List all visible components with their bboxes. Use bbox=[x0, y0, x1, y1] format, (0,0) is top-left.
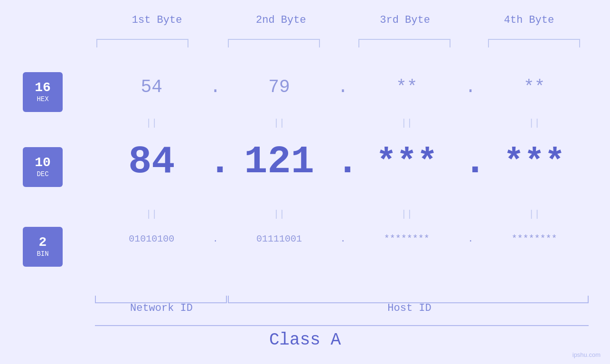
byte1-header: 1st Byte bbox=[95, 14, 219, 26]
equals-row-1: || || || || bbox=[95, 118, 591, 129]
eq2-b1: || bbox=[95, 209, 208, 220]
hex-b2: 79 bbox=[223, 77, 336, 97]
host-id-label: Host ID bbox=[228, 302, 591, 314]
eq2-b2: || bbox=[223, 209, 336, 220]
eq2-b3: || bbox=[350, 209, 464, 220]
hex-row: 54 . 79 . ** . ** bbox=[95, 77, 591, 97]
col3-bracket bbox=[358, 39, 450, 47]
col1-bracket bbox=[96, 39, 188, 47]
dec-badge-label: DEC bbox=[37, 170, 48, 178]
hex-badge-num: 16 bbox=[35, 81, 51, 94]
dec-dot1: . bbox=[208, 140, 223, 184]
eq1-b1: || bbox=[95, 118, 208, 129]
col2-bracket bbox=[228, 39, 320, 47]
hex-dot1: . bbox=[208, 77, 223, 97]
dec-dot2: . bbox=[336, 140, 350, 184]
eq1-b3: || bbox=[350, 118, 464, 129]
dec-badge-num: 10 bbox=[35, 156, 51, 169]
bin-badge: 2 BIN bbox=[23, 227, 63, 267]
hex-dot3: . bbox=[463, 77, 478, 97]
hex-badge-label: HEX bbox=[37, 95, 48, 103]
equals-row-2: || || || || bbox=[95, 209, 591, 220]
dec-b4: *** bbox=[478, 143, 591, 182]
eq1-b2: || bbox=[223, 118, 336, 129]
dec-b3: *** bbox=[350, 143, 464, 182]
bin-row: 01010100 . 01111001 . ******** . *******… bbox=[95, 233, 591, 244]
byte-headers: 1st Byte 2nd Byte 3rd Byte 4th Byte bbox=[95, 14, 591, 26]
byte4-header: 4th Byte bbox=[467, 14, 591, 26]
bin-b1: 01010100 bbox=[95, 233, 208, 244]
network-id-label: Network ID bbox=[95, 302, 228, 314]
bin-b4: ******** bbox=[478, 233, 591, 244]
watermark: ipshu.com bbox=[572, 351, 601, 358]
hex-badge: 16 HEX bbox=[23, 72, 63, 112]
bin-dot2: . bbox=[336, 233, 350, 244]
bin-b2: 01111001 bbox=[223, 233, 336, 244]
bottom-bracket bbox=[95, 325, 589, 326]
main-container: 1st Byte 2nd Byte 3rd Byte 4th Byte 16 H… bbox=[0, 0, 610, 364]
dec-row: 84 . 121 . *** . *** bbox=[95, 140, 591, 184]
eq1-b4: || bbox=[478, 118, 591, 129]
hex-dot2: . bbox=[336, 77, 350, 97]
byte2-header: 2nd Byte bbox=[219, 14, 343, 26]
bin-b3: ******** bbox=[350, 233, 464, 244]
bin-dot3: . bbox=[463, 233, 478, 244]
hex-b4: ** bbox=[478, 77, 591, 97]
hex-b3: ** bbox=[350, 77, 464, 97]
bin-badge-num: 2 bbox=[39, 236, 47, 249]
bin-dot1: . bbox=[208, 233, 223, 244]
byte3-header: 3rd Byte bbox=[343, 14, 467, 26]
dec-badge: 10 DEC bbox=[23, 147, 63, 187]
dec-b1: 84 bbox=[95, 140, 208, 184]
class-label: Class A bbox=[0, 330, 610, 350]
dec-b2: 121 bbox=[223, 140, 336, 184]
dec-dot3: . bbox=[463, 140, 478, 184]
eq2-b4: || bbox=[478, 209, 591, 220]
bin-badge-label: BIN bbox=[37, 250, 48, 258]
hex-b1: 54 bbox=[95, 77, 208, 97]
col4-bracket bbox=[488, 39, 580, 47]
